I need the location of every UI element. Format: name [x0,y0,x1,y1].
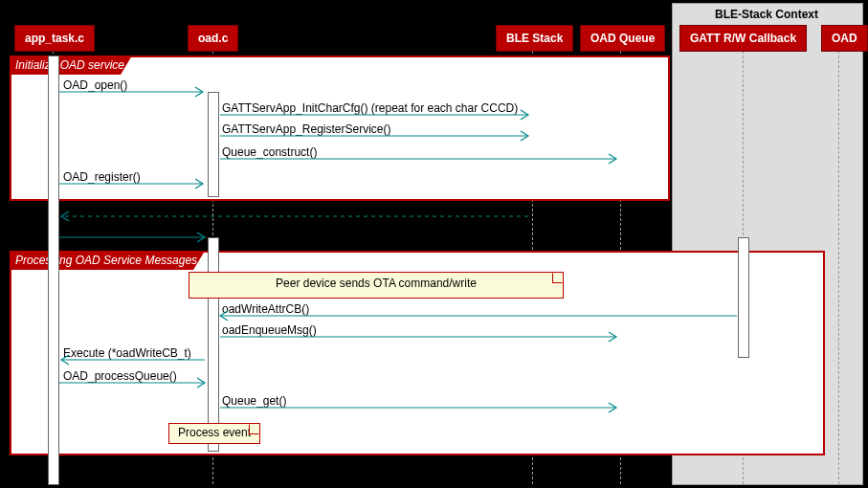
note-peer: Peer device sends OTA command/write [189,272,564,299]
note-process-event-text: Process event [178,426,251,439]
msg-execute: Execute (*oadWriteCB_t) [63,346,191,360]
msg-init-char: GATTServApp_InitCharCfg() (repeat for ea… [222,101,518,115]
msg-queue-get: Queue_get() [222,394,286,408]
participant-gatt: GATT R/W Callback [679,25,807,52]
msg-reg-service: GATTServApp_RegisterService() [222,122,391,136]
participant-app: app_task.c [14,25,95,52]
sequence-diagram: BLE-Stack Context Initialize OAD service… [0,0,868,488]
msg-queue-construct: Queue_construct() [222,145,317,159]
msg-process-queue: OAD_processQueue() [63,369,177,383]
msg-oad-register: OAD_register() [63,170,141,184]
activation-oadc-2 [208,237,219,452]
msg-oad-open: OAD_open() [63,78,127,92]
activation-app [48,55,59,485]
participant-queue: OAD Queue [580,25,665,52]
msg-oad-enqueue: oadEnqueueMsg() [222,323,317,337]
fragment-proc-label: Processing OAD Service Messages [10,251,205,270]
fragment-init-label: Initialize OAD service [10,55,132,75]
participant-ble: BLE Stack [496,25,573,52]
activation-oadc-1 [208,92,219,197]
activation-gatt [738,237,749,358]
participant-oadc: oad.c [188,25,238,52]
context-box-title: BLE-Stack Context [672,8,861,21]
note-peer-text: Peer device sends OTA command/write [276,277,477,290]
note-process-event: Process event [168,423,260,444]
participant-oad: OAD [821,25,868,52]
msg-oad-write-cb: oadWriteAttrCB() [222,302,309,316]
lifeline-oad [838,46,839,484]
